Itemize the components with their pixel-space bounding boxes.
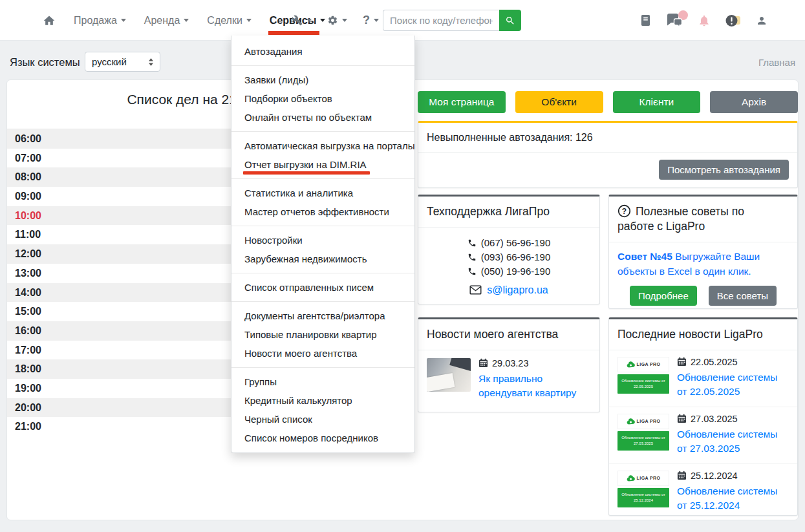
services-menu-item[interactable]: Автоматическая выгрузка на порталы xyxy=(231,136,414,155)
profile-button[interactable] xyxy=(756,15,767,27)
ligapro-news-items: LIGA PRO Обновление системы от22.05.2025… xyxy=(609,350,797,516)
news-thumbnail[interactable]: LIGA PRO Обновление системы от25.12.2024 xyxy=(617,471,669,513)
nav-menu-items: Продажа Аренда Сделки Сервисы xyxy=(43,0,325,41)
menu-divider xyxy=(231,65,414,66)
nav-menu-item[interactable]: Продажа xyxy=(74,15,126,27)
phone-icon xyxy=(467,253,477,262)
news-photo[interactable] xyxy=(427,358,471,392)
news-link[interactable]: Обновление системы от 27.03.2025 xyxy=(677,427,789,456)
ligapro-logo-text: LIGA PRO xyxy=(637,419,661,423)
services-menu-item[interactable]: Группы xyxy=(231,372,414,391)
gear-icon xyxy=(327,15,338,26)
services-menu-item[interactable]: Типовые планировки квартир xyxy=(231,325,414,344)
services-menu-item[interactable]: Мастер отчетов эффективности xyxy=(231,202,414,221)
news-item: LIGA PRO Обновление системы от25.12.2024… xyxy=(609,464,797,516)
help-menu-button[interactable]: ? xyxy=(363,14,379,27)
services-menu-item[interactable]: Автозадания xyxy=(231,42,414,61)
services-menu-item[interactable]: Подборки объектов xyxy=(231,89,414,108)
news-link[interactable]: Обновление системы от 25.12.2024 xyxy=(677,484,789,513)
nav-menu-item-label: Продажа xyxy=(74,15,117,27)
quick-button[interactable]: Об'єкти xyxy=(515,91,603,113)
quick-button[interactable]: Моя страница xyxy=(418,91,506,113)
news-date: 22.05.2025 xyxy=(691,357,738,367)
nav-menu-item[interactable]: Аренда xyxy=(144,15,189,27)
ligapro-news-panel: Последние новости LigaPro LIGA PRO Обнов… xyxy=(608,317,798,516)
services-menu-item[interactable]: Черный список xyxy=(231,410,414,429)
news-link[interactable]: Як правильно орендувати квартиру xyxy=(478,372,591,401)
calendar-icon xyxy=(677,357,687,367)
svg-text:?: ? xyxy=(622,207,627,216)
news-item: 29.03.23 Як правильно орендувати квартир… xyxy=(418,350,599,409)
tip-number: Совет №45 xyxy=(617,251,672,262)
quick-button[interactable]: Клієнти xyxy=(613,91,701,113)
home-button[interactable] xyxy=(43,14,56,27)
tip-text: Совет №45 Выгружайте Ваши объекты в Exce… xyxy=(609,242,797,281)
search-input[interactable] xyxy=(383,10,499,31)
search-button[interactable] xyxy=(499,10,521,31)
agency-news-panel: Новости моего агентства 29.03.23 Як прав… xyxy=(418,317,600,412)
services-menu-item[interactable]: Зарубежная недвижимость xyxy=(231,250,414,268)
news-thumbnail-caption: Обновление системы от22.05.2025 xyxy=(617,374,669,394)
services-menu-item[interactable]: Отчет выгрузки на DIM.RIA xyxy=(231,155,414,174)
view-autotasks-button[interactable]: Посмотреть автозадания xyxy=(659,160,789,180)
news-thumbnail[interactable]: LIGA PRO Обновление системы от22.05.2025 xyxy=(617,357,669,399)
news-link[interactable]: Обновление системы от 22.05.2025 xyxy=(677,370,789,399)
services-menu-item[interactable]: Новостройки xyxy=(231,231,414,250)
caret-down-icon xyxy=(246,19,252,25)
ligapro-logo-text: LIGA PRO xyxy=(637,362,661,367)
services-menu-item[interactable]: Кредитный калькулятор xyxy=(231,391,414,410)
notifications-button[interactable] xyxy=(698,14,711,27)
notebook-button[interactable] xyxy=(640,14,651,27)
nav-menu-item[interactable]: Сделки xyxy=(207,15,252,27)
news-date: 29.03.23 xyxy=(492,358,528,368)
search-box xyxy=(383,10,521,31)
ligapro-news-title: Последние новости LigaPro xyxy=(609,319,797,350)
home-icon xyxy=(43,14,56,27)
services-dropdown-menu: АвтозаданияЗаявки (лиды)Подборки объекто… xyxy=(231,36,415,453)
services-menu-item[interactable]: Список номеров посредников xyxy=(231,429,414,447)
language-label: Язык системы xyxy=(10,56,80,69)
support-phone: (093) 66-96-190 xyxy=(418,250,599,264)
caret-down-icon xyxy=(184,19,189,25)
services-menu-item[interactable]: Документы агентства/риэлтора xyxy=(231,306,414,325)
messages-icon xyxy=(666,14,683,28)
news-date: 27.03.2025 xyxy=(691,414,738,424)
nav-status-icons xyxy=(640,0,767,41)
tools-menu-button[interactable] xyxy=(292,15,312,26)
select-updown-icon xyxy=(148,58,154,66)
news-item: LIGA PRO Обновление системы от22.05.2025… xyxy=(609,350,797,407)
messages-button[interactable] xyxy=(666,14,683,28)
support-email-link[interactable]: s@ligapro.ua xyxy=(487,284,548,296)
calendar-icon xyxy=(677,471,687,480)
all-tips-button[interactable]: Все советы xyxy=(709,286,777,306)
news-thumbnail[interactable]: LIGA PRO Обновление системы от27.03.2025 xyxy=(617,414,669,456)
news-thumbnail-caption: Обновление системы от25.12.2024 xyxy=(617,488,669,507)
help-icon: ? xyxy=(363,14,370,27)
settings-menu-button[interactable] xyxy=(327,15,347,26)
caret-down-icon xyxy=(306,19,312,25)
nav-menu-item-label: Сделки xyxy=(207,15,242,27)
language-select[interactable]: русский xyxy=(85,52,160,72)
services-menu-item[interactable]: Новости моего агентства xyxy=(231,344,414,363)
question-circle-icon: ? xyxy=(617,204,631,218)
quick-button[interactable]: Архів xyxy=(710,91,798,113)
language-select-value: русский xyxy=(92,56,127,67)
right-column: Моя страницаОб'єктиКлієнтиАрхів Невыполн… xyxy=(418,91,798,516)
news-thumbnail-caption: Обновление системы от27.03.2025 xyxy=(617,431,669,451)
support-title: Техподдержка ЛигаПро xyxy=(418,197,599,228)
autotasks-panel: Невыполненные автозадания: 126 Посмотрет… xyxy=(418,121,798,188)
tip-more-button[interactable]: Подробнее xyxy=(630,286,697,306)
menu-divider xyxy=(231,178,414,179)
services-menu-item[interactable]: Заявки (лиды) xyxy=(231,70,414,89)
wrench-icon xyxy=(292,15,303,26)
top-navbar: Продажа Аренда Сделки Сервисы ? xyxy=(0,0,805,41)
autotasks-header: Невыполненные автозадания: 126 xyxy=(418,123,797,153)
services-menu-item[interactable]: Статистика и аналитика xyxy=(231,184,414,202)
nav-tools: ? xyxy=(292,0,379,41)
support-phone: (050) 19-96-190 xyxy=(418,264,599,279)
services-menu-item[interactable]: Список отправленных писем xyxy=(231,278,414,297)
tips-panel: ?Полезные советы по работе с LigaPro Сов… xyxy=(608,195,798,309)
alerts-button[interactable] xyxy=(725,14,741,27)
agency-news-title: Новости моего агентства xyxy=(418,319,599,350)
services-menu-item[interactable]: Онлайн отчеты по объектам xyxy=(231,108,414,127)
